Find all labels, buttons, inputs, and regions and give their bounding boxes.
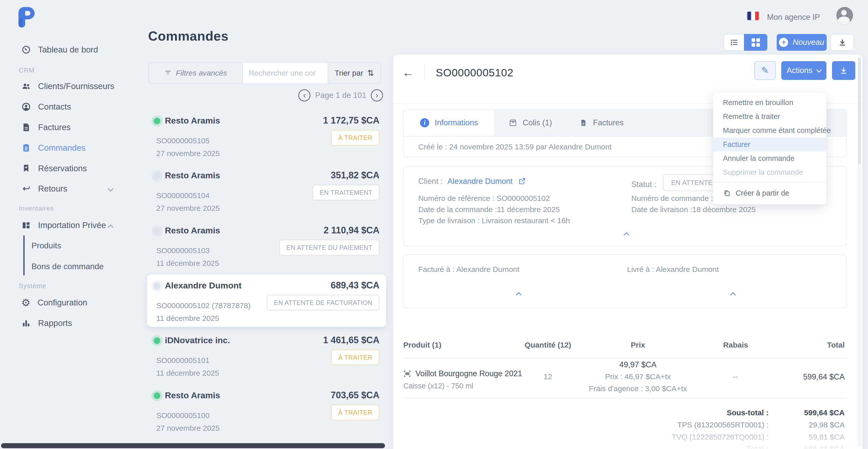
grid-view-button[interactable] <box>744 34 767 51</box>
search-cell <box>242 63 328 84</box>
delivery-date-line: Date de livraison :18 décembre 2025 <box>631 205 756 214</box>
download-order-button[interactable] <box>832 61 855 80</box>
sidebar-item-importation-privee[interactable]: Importation Privée <box>21 218 106 233</box>
bar-chart-icon <box>21 318 31 328</box>
menu-item-facturer[interactable]: Facturer <box>713 138 826 151</box>
tab-informations[interactable]: i Informations <box>404 110 495 136</box>
order-list-item[interactable]: iDNovatrice inc. 1 461,65 $CA À TRAITER … <box>147 329 386 382</box>
sidebar-item-commandes[interactable]: Commandes <box>21 140 86 155</box>
sort-button[interactable]: Trier par ⇅ <box>328 63 380 84</box>
submenu-indicator-bar <box>23 235 25 275</box>
order-list-item[interactable]: Resto Aramis 703,65 $CA À TRAITER SO0000… <box>147 384 386 437</box>
menu-item-marquer-completee[interactable]: Marquer comme étant complétée <box>713 123 826 138</box>
gear-icon: ⚙ <box>21 298 30 307</box>
order-reference: SO0000005101 <box>156 356 210 365</box>
col-header-produit: Produit (1) <box>403 341 441 349</box>
copy-icon <box>723 189 731 197</box>
order-list-item-selected[interactable]: Alexandre Dumont 689,43 $CA EN ATTENTE D… <box>147 274 386 327</box>
actions-dropdown-menu: Remettre en brouillon Remettre à traiter… <box>713 92 827 205</box>
list-view-button[interactable] <box>724 34 744 51</box>
order-client: iDNovatrice inc. <box>165 335 230 345</box>
return-arrow-icon <box>21 184 31 193</box>
order-client: Resto Aramis <box>165 116 220 126</box>
order-list-item[interactable]: Resto Aramis 351,82 $CA EN TRAITEMENT SO… <box>147 164 386 217</box>
sidebar-item-clients[interactable]: Clients/Fournisseurs <box>21 79 115 94</box>
product-name[interactable]: Voillot Bourgogne Rouge 2021 <box>415 369 522 378</box>
sidebar-item-produits[interactable]: Produits <box>31 238 61 253</box>
sidebar-item-retours[interactable]: Retours <box>21 181 67 196</box>
menu-item-creer-a-partir-de[interactable]: Créer à partir de <box>713 185 826 201</box>
chevron-down-icon[interactable] <box>108 186 114 192</box>
back-arrow-icon[interactable]: ← <box>402 66 414 80</box>
plus-icon: + <box>779 38 788 47</box>
order-client: Resto Aramis <box>165 171 220 180</box>
edit-button[interactable]: ✎ <box>754 61 776 80</box>
chevron-up-icon[interactable] <box>108 224 114 230</box>
next-page-button[interactable]: › <box>371 89 383 101</box>
tab-label: Factures <box>593 118 624 127</box>
export-button[interactable] <box>831 34 854 51</box>
sidebar-item-reservations[interactable]: Réservations <box>21 161 87 176</box>
agency-name[interactable]: Mon agence IP <box>767 13 820 22</box>
advanced-filters-button[interactable]: Filtres avancés <box>149 63 242 84</box>
sidebar-label: Factures <box>38 122 70 132</box>
sidebar-item-dashboard[interactable]: Tableau de bord <box>21 42 98 57</box>
collapse-chevron-icon[interactable] <box>730 292 736 298</box>
info-icon: i <box>420 118 429 127</box>
tab-colis[interactable]: Colis (1) <box>495 110 566 136</box>
menu-item-annuler[interactable]: Annuler la commande <box>713 151 826 166</box>
order-number-line: Numéro de commande : 7 <box>631 194 719 203</box>
app-logo[interactable] <box>14 6 37 28</box>
sidebar-item-bons-de-commande[interactable]: Bons de commande <box>31 259 104 274</box>
order-status-badge: EN TRAITEMENT <box>313 185 379 201</box>
menu-divider <box>713 182 826 182</box>
avatar[interactable] <box>836 6 854 24</box>
sidebar-label: Tableau de bord <box>38 45 98 55</box>
external-link-icon[interactable] <box>518 177 526 185</box>
line-total: 599,64 $CA <box>769 372 845 382</box>
collapse-chevron-icon[interactable] <box>624 232 629 238</box>
prev-page-button[interactable]: ‹ <box>298 89 310 101</box>
sidebar-item-contacts[interactable]: Contacts <box>21 99 71 114</box>
order-client: Resto Aramis <box>165 390 220 400</box>
actions-button[interactable]: Actions <box>781 61 827 80</box>
dashboard-icon <box>21 45 31 55</box>
horizontal-scrollbar-thumb[interactable] <box>1 443 385 448</box>
order-list-item[interactable]: Resto Aramis 2 110,94 $CA EN ATTENTE DU … <box>147 219 386 272</box>
package-icon <box>508 118 517 127</box>
tab-label: Informations <box>435 118 478 127</box>
sidebar-label: Configuration <box>37 298 87 307</box>
sidebar-item-rapports[interactable]: Rapports <box>21 316 72 331</box>
sidebar-item-configuration[interactable]: ⚙ Configuration <box>21 295 87 310</box>
product-format: Caisse (x12) - 750 ml <box>403 382 473 390</box>
menu-item-remettre-brouillon[interactable]: Remettre en brouillon <box>713 96 826 110</box>
language-flag-fr[interactable] <box>747 12 759 20</box>
order-client: Resto Aramis <box>165 226 220 235</box>
order-list-item[interactable]: Resto Aramis 1 172,75 $CA À TRAITER SO00… <box>147 110 386 162</box>
collapse-chevron-icon[interactable] <box>516 292 522 298</box>
detail-title: SO0000005102 <box>436 67 514 79</box>
order-status-badge: EN ATTENTE DE FACTURATION <box>267 295 379 310</box>
actions-label: Actions <box>786 66 812 75</box>
nouveau-button[interactable]: + Nouveau <box>777 34 827 51</box>
order-status-badge: À TRAITER <box>331 350 379 365</box>
order-date: 27 novembre 2025 <box>156 204 220 213</box>
sidebar-label: Bons de commande <box>31 262 104 271</box>
sidebar-item-factures[interactable]: Factures <box>21 120 70 135</box>
order-date: 11 décembre 2025 <box>156 314 219 323</box>
order-amount: 2 110,94 $CA <box>324 225 379 236</box>
order-date-line: Date de la commande :11 décembre 2025 <box>418 205 560 214</box>
bookmark-check-icon <box>21 163 31 173</box>
client-link[interactable]: Alexandre Dumont <box>447 177 513 186</box>
tab-factures[interactable]: Factures <box>566 110 638 136</box>
menu-item-remettre-traiter[interactable]: Remettre à traiter <box>713 110 826 123</box>
sidebar-label: Commandes <box>38 143 86 153</box>
panel-scrollbar-thumb[interactable] <box>858 58 861 164</box>
sidebar-label: Contacts <box>38 102 71 112</box>
status-dot <box>154 392 160 399</box>
search-input[interactable] <box>243 63 328 84</box>
sidebar-label: Réservations <box>38 163 87 173</box>
download-icon <box>839 66 848 75</box>
product-cell: Voillot Bourgogne Rouge 2021 <box>403 369 522 378</box>
col-header-total: Total <box>769 341 845 349</box>
